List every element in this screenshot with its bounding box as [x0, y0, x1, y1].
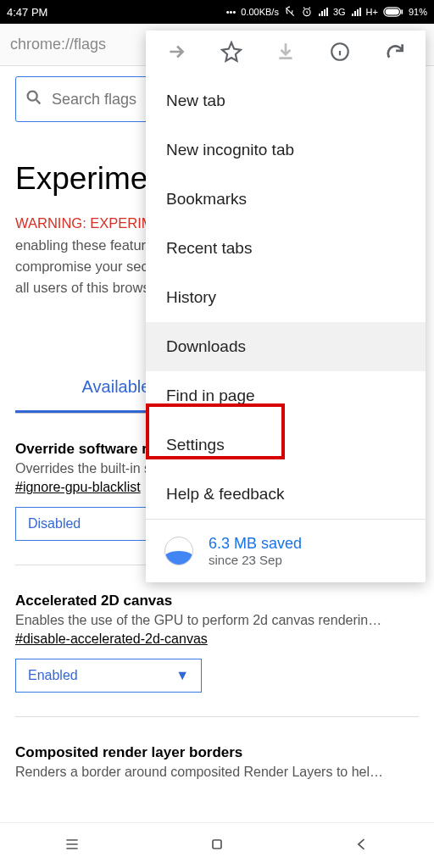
status-bar: 4:47 PM ••• 0.00KB/s 3G H+ 91%: [0, 0, 434, 24]
menu-help[interactable]: Help & feedback: [146, 470, 426, 519]
flag-tag[interactable]: #disable-accelerated-2d-canvas: [15, 632, 419, 647]
menu-bookmarks[interactable]: Bookmarks: [146, 175, 426, 224]
download-icon[interactable]: [275, 41, 297, 66]
menu-items: New tab New incognito tab Bookmarks Rece…: [146, 76, 426, 519]
battery-icon: [383, 7, 403, 17]
svg-rect-2: [386, 9, 399, 15]
status-right: ••• 0.00KB/s 3G H+ 91%: [226, 6, 427, 18]
data-saver-line2: since 23 Sep: [209, 553, 302, 567]
overflow-menu: New tab New incognito tab Bookmarks Rece…: [146, 31, 426, 582]
menu-data-saver[interactable]: 6.3 MB saved since 23 Sep: [146, 520, 426, 582]
nav-home-icon[interactable]: [209, 836, 225, 856]
data-saver-text: 6.3 MB saved since 23 Sep: [209, 535, 302, 567]
info-icon[interactable]: [329, 41, 351, 66]
menu-downloads[interactable]: Downloads: [146, 322, 426, 371]
svg-rect-6: [213, 840, 221, 849]
signal2-icon: [351, 7, 361, 17]
flag-item: Accelerated 2D canvas Enables the use of…: [15, 593, 419, 693]
search-icon: [25, 88, 43, 110]
menu-recent-tabs[interactable]: Recent tabs: [146, 224, 426, 273]
flag-title: Composited render layer borders: [15, 744, 419, 761]
status-battery: 91%: [409, 7, 427, 17]
flag-value: Enabled: [28, 668, 78, 683]
flag-desc: Renders a border around composited Rende…: [15, 765, 419, 780]
menu-top-row: [146, 31, 426, 76]
signal1-icon: [318, 7, 328, 17]
forward-icon[interactable]: [165, 41, 187, 66]
flag-value: Disabled: [28, 516, 81, 531]
refresh-icon[interactable]: [384, 41, 406, 66]
divider: [15, 716, 419, 717]
svg-point-4: [28, 92, 37, 101]
status-dots: •••: [226, 7, 236, 17]
flag-desc: Enables the use of the GPU to perform 2d…: [15, 613, 419, 628]
nav-back-icon[interactable]: [353, 836, 370, 856]
menu-history[interactable]: History: [146, 273, 426, 322]
status-net1: 3G: [333, 7, 346, 17]
star-icon[interactable]: [220, 41, 242, 66]
data-saver-icon: [164, 537, 193, 565]
data-saver-line1: 6.3 MB saved: [209, 535, 302, 553]
status-time: 4:47 PM: [7, 6, 47, 19]
svg-rect-3: [401, 9, 403, 14]
nav-bar: [0, 822, 434, 868]
mute-icon: [284, 6, 296, 18]
nav-recents-icon[interactable]: [64, 836, 81, 856]
menu-find-in-page[interactable]: Find in page: [146, 371, 426, 420]
alarm-icon: [301, 6, 313, 18]
status-net-speed: 0.00KB/s: [241, 7, 279, 17]
menu-new-tab[interactable]: New tab: [146, 76, 426, 125]
flag-item: Composited render layer borders Renders …: [15, 744, 419, 780]
flag-title: Accelerated 2D canvas: [15, 593, 419, 609]
flag-select[interactable]: Enabled ▼: [15, 659, 202, 693]
status-net2: H+: [366, 7, 378, 17]
menu-new-incognito[interactable]: New incognito tab: [146, 125, 426, 175]
menu-settings[interactable]: Settings: [146, 420, 426, 470]
chevron-down-icon: ▼: [175, 668, 189, 683]
